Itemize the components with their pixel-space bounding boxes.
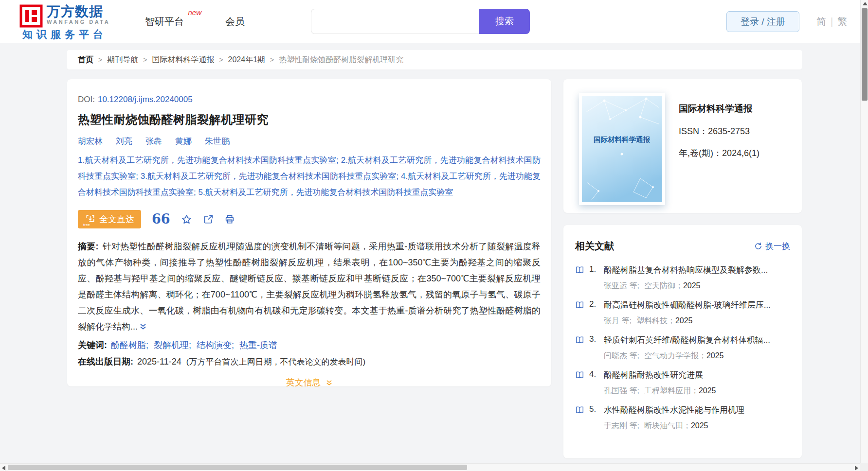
volume-label: 年,卷(期)： xyxy=(679,148,722,158)
share-button[interactable] xyxy=(203,214,214,225)
share-icon xyxy=(203,214,214,225)
brand-name-en: WANFANG DATA xyxy=(47,19,110,25)
horizontal-scrollbar-thumb[interactable] xyxy=(8,465,467,470)
book-icon xyxy=(575,265,584,291)
related-item-source[interactable]: 空气动力学学报； xyxy=(644,351,706,360)
lang-traditional-toggle[interactable]: 繁 xyxy=(837,15,847,28)
related-item-year: 2025 xyxy=(699,386,716,395)
nav-item-zhiyan-platform[interactable]: 智研平台 new xyxy=(145,15,184,28)
vertical-scrollbar-thumb[interactable] xyxy=(862,8,868,101)
related-item: 3. 轻质针刺石英纤维/酚醛树脂复合材料体积辐... 闫晓杰 等;空气动力学学报… xyxy=(575,334,790,361)
breadcrumb-issue[interactable]: 2024年1期 xyxy=(214,55,265,64)
keyword-link[interactable]: 裂解机理 xyxy=(154,340,197,350)
related-item-title[interactable]: 水性酚醛树脂改性水泥性能与作用机理 xyxy=(604,404,790,416)
scroll-left-arrow[interactable] xyxy=(2,466,5,471)
doi-label: DOI: xyxy=(78,95,95,104)
book-icon xyxy=(575,335,584,361)
keyword-link[interactable]: 热重-质谱 xyxy=(239,340,277,350)
keywords-label: 关键词: xyxy=(78,340,107,350)
lang-simplified-toggle[interactable]: 简 xyxy=(816,15,826,28)
related-item: 1. 酚醛树脂基复合材料热响应模型及裂解参数... 张亚运 等;空天防御；202… xyxy=(575,264,790,291)
author-link[interactable]: 黄娜 xyxy=(175,136,192,147)
english-info-toggle[interactable]: 英文信息 xyxy=(78,377,541,389)
related-item-number: 3. xyxy=(589,334,604,361)
related-item-source[interactable]: 工程塑料应用； xyxy=(644,386,699,395)
brand-subtitle: 知识服务平台 xyxy=(22,28,107,41)
breadcrumb-home[interactable]: 首页 xyxy=(78,55,93,64)
related-item-meta: 张亚运 等;空天防御；2025 xyxy=(604,281,790,291)
abstract-text: 针对热塑性酚醛树脂裂解反应机理随温度的演变机制不清晰等问题，采用热重-质谱联用技… xyxy=(78,242,541,331)
journal-name-link[interactable]: 国际材料科学通报 xyxy=(679,103,760,115)
related-item-authors[interactable]: 于志刚 等; xyxy=(604,421,639,430)
author-link[interactable]: 张犇 xyxy=(145,136,162,147)
fulltext-access-button[interactable]: free 全文直达 xyxy=(78,210,141,228)
expand-abstract-chevron-icon[interactable] xyxy=(139,320,147,336)
related-item-year: 2025 xyxy=(675,316,693,325)
journal-info-card: 国际材料科学通报 国际材料科学通报 ISSN：2635-2753 年,卷(期)：… xyxy=(563,79,802,213)
breadcrumb: 首页期刊导航国际材料科学通报2024年1期热塑性耐烧蚀酚醛树脂裂解机理研究 xyxy=(67,50,802,70)
keyword-link[interactable]: 结构演变 xyxy=(197,340,239,350)
brand-name: 万方数据 xyxy=(47,4,110,19)
related-item-number: 5. xyxy=(589,404,604,431)
affiliations[interactable]: 1.航天材料及工艺研究所，先进功能复合材料技术国防科技重点实验室; 2.航天材料… xyxy=(78,152,541,200)
nav-item-membership[interactable]: 会员 xyxy=(225,15,245,28)
related-item-authors[interactable]: 孔国强 等; xyxy=(604,386,639,395)
author-link[interactable]: 胡宏林 xyxy=(78,136,103,147)
pubdate-note: (万方平台首次上网日期，不代表论文的发表时间) xyxy=(186,357,365,366)
book-icon xyxy=(575,300,584,326)
author-link[interactable]: 朱世鹏 xyxy=(205,136,230,147)
refresh-related-button[interactable]: 换一换 xyxy=(754,241,790,252)
login-register-button[interactable]: 登录 / 注册 xyxy=(726,11,799,32)
new-badge: new xyxy=(188,8,201,17)
journal-info: 国际材料科学通报 ISSN：2635-2753 年,卷(期)：2024,6(1) xyxy=(679,103,760,159)
free-badge: free xyxy=(83,223,90,227)
favorite-button[interactable] xyxy=(181,214,192,225)
quote-icon: 66 xyxy=(152,214,170,225)
related-item-meta: 孔国强 等;工程塑料应用；2025 xyxy=(604,386,790,396)
journal-issn-row: ISSN：2635-2753 xyxy=(679,125,760,137)
cite-button[interactable]: 66 xyxy=(152,214,170,225)
breadcrumb-journal[interactable]: 国际材料科学通报 xyxy=(138,55,214,64)
related-header: 相关文献 换一换 xyxy=(575,240,790,253)
related-item-authors[interactable]: 张亚运 等; xyxy=(604,281,639,290)
related-item-source[interactable]: 塑料科技； xyxy=(636,316,675,325)
book-icon xyxy=(575,370,584,396)
article-actions: free 全文直达 66 xyxy=(78,210,541,228)
author-link[interactable]: 刘亮 xyxy=(116,136,132,147)
breadcrumb-journal-nav[interactable]: 期刊导航 xyxy=(93,55,138,64)
related-item-meta: 于志刚 等;断块油气田；2025 xyxy=(604,421,790,431)
doi-link[interactable]: 10.12208/j.ijms.20240005 xyxy=(98,95,193,104)
related-item-source[interactable]: 空天防御； xyxy=(644,281,683,290)
search-input[interactable] xyxy=(311,9,479,34)
related-item-title[interactable]: 轻质针刺石英纤维/酚醛树脂复合材料体积辐... xyxy=(604,334,790,346)
wanfang-logo-icon xyxy=(19,4,43,28)
horizontal-scrollbar[interactable] xyxy=(0,463,860,471)
related-item-number: 1. xyxy=(589,264,604,291)
abstract-paragraph: 摘要:针对热塑性酚醛树脂裂解反应机理随温度的演变机制不清晰等问题，采用热重-质谱… xyxy=(78,239,541,336)
related-item: 5. 水性酚醛树脂改性水泥性能与作用机理 于志刚 等;断块油气田；2025 xyxy=(575,404,790,431)
related-item-authors[interactable]: 张月 等; xyxy=(604,316,632,325)
issn-label: ISSN： xyxy=(679,126,708,136)
keyword-link[interactable]: 酚醛树脂 xyxy=(111,340,154,350)
related-item-title[interactable]: 酚醛树脂基复合材料热响应模型及裂解参数... xyxy=(604,264,790,276)
related-item-authors[interactable]: 闫晓杰 等; xyxy=(604,351,639,360)
related-item-source[interactable]: 断块油气田； xyxy=(644,421,691,430)
keywords-row: 关键词:酚醛树脂裂解机理结构演变热重-质谱 xyxy=(78,339,541,351)
related-item-title[interactable]: 酚醛树脂耐热改性研究进展 xyxy=(604,369,790,381)
book-icon xyxy=(575,405,584,431)
print-button[interactable] xyxy=(224,214,235,225)
related-item-number: 4. xyxy=(589,369,604,396)
site-logo[interactable]: 万方数据 WANFANG DATA xyxy=(19,4,110,28)
scroll-right-arrow[interactable] xyxy=(855,466,858,471)
related-item: 4. 酚醛树脂耐热改性研究进展 孔国强 等;工程塑料应用；2025 xyxy=(575,369,790,396)
site-header: 万方数据 WANFANG DATA 知识服务平台 智研平台 new 会员 搜索 … xyxy=(0,0,860,43)
doi-row: DOI:10.12208/j.ijms.20240005 xyxy=(78,95,541,105)
star-icon xyxy=(181,214,192,225)
search-button[interactable]: 搜索 xyxy=(479,9,530,34)
journal-cover[interactable]: 国际材料科学通报 xyxy=(579,93,665,205)
article-title: 热塑性耐烧蚀酚醛树脂裂解机理研究 xyxy=(78,112,541,127)
vertical-scrollbar[interactable] xyxy=(860,0,868,463)
scroll-up-arrow[interactable] xyxy=(863,2,868,5)
related-item-meta: 闫晓杰 等;空气动力学学报；2025 xyxy=(604,351,790,361)
related-item-title[interactable]: 耐高温硅树脂改性硼酚醛树脂-玻璃纤维层压... xyxy=(604,299,790,311)
